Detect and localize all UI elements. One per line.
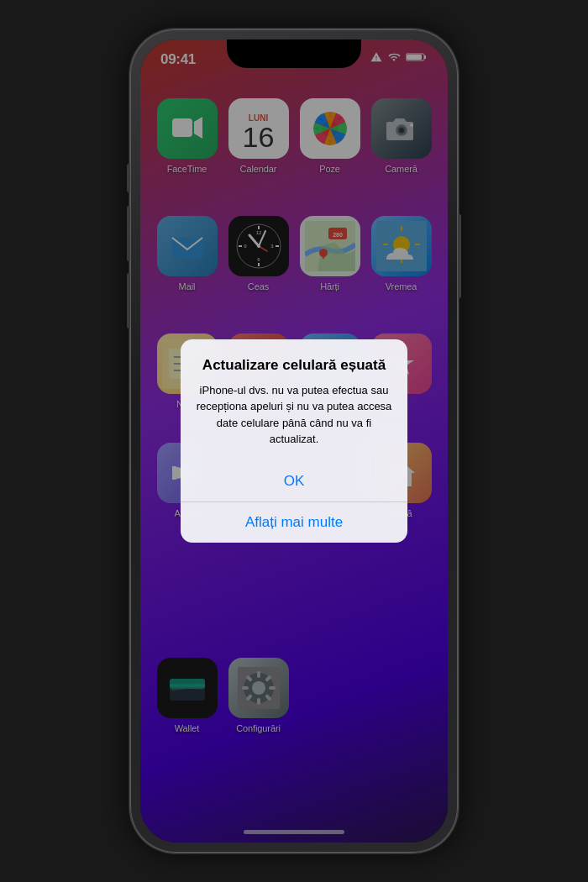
alert-ok-button[interactable]: OK	[181, 461, 407, 502]
volume-down-button[interactable]	[127, 273, 130, 328]
home-screen: 09:41	[140, 39, 448, 843]
volume-up-button[interactable]	[127, 206, 130, 261]
alert-dialog: Actualizare celulară eșuată iPhone-ul dv…	[181, 339, 407, 542]
alert-content: Actualizare celulară eșuată iPhone-ul dv…	[181, 339, 407, 460]
alert-learn-button[interactable]: Aflați mai multe	[181, 502, 407, 543]
alert-overlay: Actualizare celulară eșuată iPhone-ul dv…	[140, 39, 448, 843]
alert-message: iPhone-ul dvs. nu va putea efectua sau r…	[194, 382, 394, 448]
alert-title: Actualizare celulară eșuată	[194, 356, 394, 375]
phone-screen: 09:41	[140, 39, 448, 843]
alert-buttons: OK Aflați mai multe	[181, 461, 407, 543]
power-button[interactable]	[458, 214, 461, 298]
phone-frame: 09:41	[130, 29, 458, 853]
mute-button[interactable]	[127, 164, 130, 192]
